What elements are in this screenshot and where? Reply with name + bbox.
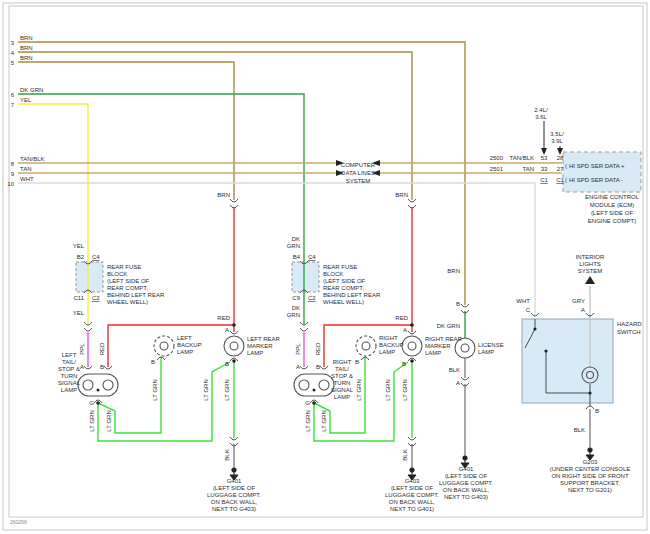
pin-number: B2: [77, 254, 85, 260]
ground-label: (LEFT SIDE OF: [445, 473, 488, 479]
component-label: SIGNAL: [58, 380, 81, 386]
component-label: LAMP: [379, 349, 395, 355]
ecm-pin-label: (: [565, 177, 567, 183]
hazard-switch-box: [522, 319, 613, 403]
wire-color-label: LT GRN: [402, 379, 408, 400]
pin-letter: A: [456, 380, 460, 386]
right-tail-stop-turn-lamp: [294, 374, 334, 396]
wire-brn-row5-left-feed: [18, 62, 234, 200]
wire-color-label: BRN: [447, 268, 460, 274]
ground-label: (LEFT SIDE OF: [213, 485, 256, 491]
wire-dkgrn-row6: [18, 94, 304, 324]
component-label: MARKER: [425, 343, 451, 349]
pin-number: 28: [557, 155, 564, 161]
component-label: RIGHT: [379, 335, 398, 341]
left-backup-lamp: [154, 336, 174, 356]
junction-dot: [232, 359, 236, 363]
junction-dot: [313, 389, 316, 392]
row-number: 7: [11, 102, 15, 108]
wire-color-label: BLK: [224, 449, 230, 460]
wire-color-label: BRN: [20, 45, 33, 51]
component-label: (LEFT SIDE OF: [323, 278, 366, 284]
wire-color-label: RED: [315, 342, 321, 355]
wire-color-label: RED: [395, 315, 408, 321]
component-label: BEHIND LEFT REAR: [323, 292, 381, 298]
row-number: 4: [11, 50, 15, 56]
pin-number: 27: [557, 166, 564, 172]
ground-label: ON RIGHT SIDE OF FRONT: [551, 473, 629, 479]
wire-color-label: RED: [99, 342, 105, 355]
wire-color-label: PPL: [79, 343, 85, 355]
junction-dot: [588, 391, 591, 394]
wire-color-label: DK GRN: [437, 323, 460, 329]
component-label: REAR FUSE: [107, 264, 141, 270]
system-label: LIGHTS: [579, 261, 601, 267]
pin-letter: A: [296, 364, 300, 370]
component-label: TURN: [334, 380, 351, 386]
pin-letter: B: [100, 364, 104, 370]
component-label: LAMP: [334, 394, 350, 400]
wire-color-label: DK: [292, 305, 300, 311]
ground-label: NEXT TO G403): [444, 494, 488, 500]
junction-dot: [232, 323, 236, 327]
wire-color-label: LT GRN: [106, 410, 112, 431]
component-label: LAMP: [478, 349, 494, 355]
bulb-icon: [319, 380, 329, 390]
bulb-icon: [160, 342, 168, 350]
row-number: 5: [11, 60, 15, 66]
row-number: 3: [11, 40, 15, 46]
component-label: TAIL/: [62, 359, 76, 365]
junction-dot: [410, 323, 414, 327]
right-rear-marker-lamp: [402, 336, 422, 356]
wire-color-label: GRY: [572, 298, 585, 304]
engine-variant-label: 3.5L/: [550, 131, 564, 137]
connector-label: C4: [92, 254, 100, 260]
ecm-box: [563, 152, 641, 192]
circuit-number: 2500: [490, 155, 504, 161]
inline-connectors: [84, 199, 469, 446]
component-label: SIGNAL: [331, 387, 354, 393]
wire-color-label: BLK: [402, 449, 408, 460]
left-tail-stop-turn-lamp: [78, 374, 118, 396]
component-label: REAR FUSE: [323, 264, 357, 270]
system-label: COMPUTER: [341, 162, 376, 168]
connector-label: C2: [308, 295, 316, 301]
right-backup-lamp: [356, 336, 376, 356]
bulb-icon: [299, 380, 309, 390]
junction-dot: [97, 389, 100, 392]
wire-color-label: LT GRN: [356, 379, 362, 400]
wire-color-label: LT GRN: [89, 410, 95, 431]
wire-color-label: TAN: [522, 166, 534, 172]
wire-color-label: BRN: [395, 192, 408, 198]
wire-color-label: BLK: [574, 427, 585, 433]
component-label: REAR COMPT,: [107, 285, 148, 291]
ground-label: G401: [227, 478, 242, 484]
pin-letter: B: [595, 408, 599, 414]
wires: [18, 42, 590, 441]
pin-letter: A: [225, 327, 229, 333]
connector-label: C4: [308, 254, 316, 260]
wire-color-label: RED: [217, 315, 230, 321]
wire-color-label: LT GRN: [305, 410, 311, 431]
component-label: MODULE (ECM): [590, 202, 635, 208]
component-label: BEHIND LEFT REAR: [107, 292, 165, 298]
wire-color-label: DK GRN: [20, 87, 43, 93]
component-label: STOP &: [331, 373, 353, 379]
left-rear-marker-lamp: [224, 336, 244, 356]
component-label: TAIL/: [335, 366, 349, 372]
component-label: LICENSE: [478, 342, 504, 348]
component-label: LAMP: [247, 350, 263, 356]
wire-color-label: LT GRN: [203, 379, 209, 400]
component-label: MARKER: [247, 343, 273, 349]
component-label: HAZARD: [617, 321, 642, 327]
row-number: 10: [7, 181, 14, 187]
component-label: SWITCH: [617, 329, 641, 335]
bulb-icon: [103, 380, 113, 390]
connector-label: C1: [540, 177, 548, 183]
component-label: ENGINE CONTROL: [585, 194, 640, 200]
document-number: 260298: [10, 519, 27, 525]
pin-number: 53: [541, 155, 548, 161]
ground-label: LUGGAGE COMPT.: [385, 492, 439, 498]
pin-letter: G: [305, 400, 310, 406]
ground-label: ON BACK WALL,: [211, 499, 258, 505]
